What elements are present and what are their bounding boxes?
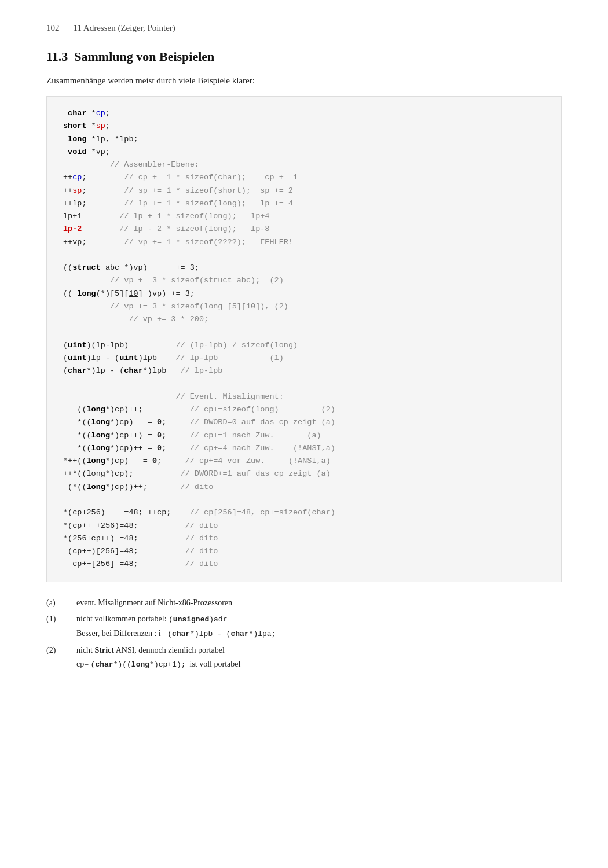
code-line: char *cp; [63, 107, 545, 120]
intro-paragraph: Zusammenhänge werden meist durch viele B… [46, 76, 562, 86]
code-line: // Event. Misalignment: [63, 391, 545, 403]
section-title: 11.3 Sammlung von Beispielen [46, 49, 562, 64]
code-line: // vp += 3 * 200; [63, 313, 545, 326]
code-line: ++sp; // sp += 1 * sizeof(short); sp += … [63, 185, 545, 197]
code-line: ++lp; // lp += 1 * sizeof(long); lp += 4 [63, 197, 545, 210]
code-line: (char*)lp - (char*)lpb // lp-lpb [63, 365, 545, 377]
chapter-label: 11 Adressen (Zeiger, Pointer) [74, 23, 175, 33]
code-line: // vp += 3 * sizeof(struct abc); (2) [63, 274, 545, 287]
footnote-2-line1: nicht Strict ANSI, dennoch ziemlich port… [76, 643, 240, 658]
page-header: 102 11 Adressen (Zeiger, Pointer) [46, 23, 562, 33]
code-line: *(256+cp++) =48; // dito [63, 532, 545, 545]
footnote-2-content: nicht Strict ANSI, dennoch ziemlich port… [76, 643, 240, 672]
code-line: (cp++)[256]=48; // dito [63, 545, 545, 558]
code-line: ++*((long*)cp); // DWORD+=1 auf das cp z… [63, 468, 545, 480]
code-line: ++vp; // vp += 1 * sizeof(????); FEHLER! [63, 236, 545, 249]
code-line: lp+1 // lp + 1 * sizeof(long); lp+4 [63, 210, 545, 223]
code-line: cp++[256] =48; // dito [63, 558, 545, 571]
code-line: void *vp; [63, 146, 545, 159]
footnote-2-label: (2) [46, 643, 67, 672]
footnotes-section: (a) event. Misalignment auf Nicht-x86-Pr… [46, 596, 562, 672]
footnote-2-line2: cp= (char*)((long*)cp+1); ist voll porta… [76, 657, 240, 672]
code-line: (*((long*)cp))++; // dito [63, 481, 545, 494]
code-line: *((long*)cp++) = 0; // cp+=1 nach Zuw. (… [63, 429, 545, 442]
footnote-a-text: event. Misalignment auf Nicht-x86-Prozes… [76, 596, 232, 610]
code-line: *++((long*)cp) = 0; // cp+=4 vor Zuw. (!… [63, 455, 545, 468]
code-line: ((long*)cp)++; // cp+=sizeof(long) (2) [63, 403, 545, 416]
footnote-1-label: (1) [46, 612, 67, 641]
code-line: lp-2 // lp - 2 * sizeof(long); lp-8 [63, 223, 545, 236]
code-line: short *sp; [63, 120, 545, 133]
footnote-1-line2: Besser, bei Differenzen : i= (char*)lpb … [76, 627, 276, 641]
code-line: // Assembler-Ebene: [63, 159, 545, 171]
footnote-2: (2) nicht Strict ANSI, dennoch ziemlich … [46, 643, 562, 672]
footnote-1-line1: nicht vollkommen portabel: (unsigned)adr [76, 612, 276, 627]
code-line: ++cp; // cp += 1 * sizeof(char); cp += 1 [63, 171, 545, 184]
code-line: (uint)(lp-lpb) // (lp-lpb) / sizeof(long… [63, 339, 545, 352]
code-line: (uint)lp - (uint)lpb // lp-lpb (1) [63, 352, 545, 365]
code-line: *((long*)cp)++ = 0; // cp+=4 nach Zuw. (… [63, 442, 545, 455]
code-line: *((long*)cp) = 0; // DWORD=0 auf das cp … [63, 416, 545, 429]
code-line: ((struct abc *)vp) += 3; [63, 262, 545, 274]
footnote-a-label: (a) [46, 596, 67, 610]
code-line: *(cp+256) =48; ++cp; // cp[256]=48, cp+=… [63, 506, 545, 519]
code-line: long *lp, *lpb; [63, 133, 545, 146]
main-code-block: char *cp; short *sp; long *lp, *lpb; voi… [46, 96, 562, 582]
code-line: // vp += 3 * sizeof(long [5][10]), (2) [63, 300, 545, 313]
footnote-1: (1) nicht vollkommen portabel: (unsigned… [46, 612, 562, 641]
code-line: *(cp++ +256)=48; // dito [63, 520, 545, 532]
code-line: (( long(*)[5][10] )vp) += 3; [63, 288, 545, 300]
footnote-a: (a) event. Misalignment auf Nicht-x86-Pr… [46, 596, 562, 610]
page-number: 102 [46, 23, 60, 33]
footnote-1-content: nicht vollkommen portabel: (unsigned)adr… [76, 612, 276, 641]
